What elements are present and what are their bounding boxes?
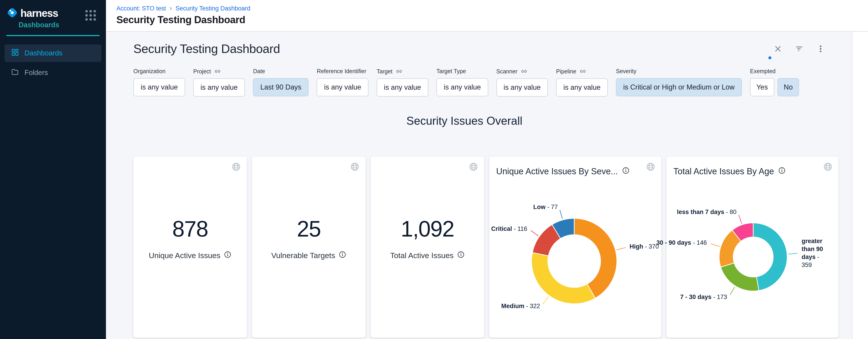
stat-card-vulnerable-targets: 25 Vulnerable Targets: [252, 157, 366, 338]
breadcrumb: Account: STO test › Security Testing Das…: [116, 4, 868, 12]
filter-target: Targetis any value: [377, 68, 428, 96]
filter-value-button[interactable]: is any value: [133, 78, 185, 96]
harness-logo-icon: [6, 7, 18, 20]
breadcrumb-account-link[interactable]: Account: STO test: [116, 5, 166, 12]
globe-icon[interactable]: [350, 162, 360, 172]
stat-label: Total Active Issues: [390, 251, 454, 260]
pie-label-leader-line: [543, 296, 549, 304]
breadcrumb-page-link[interactable]: Security Testing Dashboard: [176, 5, 250, 12]
stat-card-unique-active-issues: 878 Unique Active Issues: [133, 157, 247, 338]
filter-label: Project: [193, 68, 245, 75]
filter-target-type: Target Typeis any value: [436, 68, 488, 96]
filter-value-button[interactable]: is any value: [496, 78, 548, 96]
section-title: Security Issues Overall: [106, 114, 823, 128]
pie-label-leader-line: [788, 253, 798, 254]
pie-slice-high[interactable]: [574, 218, 617, 298]
pie-label-leader-line: [711, 244, 720, 247]
stat-value: 25: [297, 216, 320, 242]
folder-icon: [11, 68, 19, 78]
filter-value-button[interactable]: is any value: [556, 78, 608, 96]
pie-slice-7-30-days[interactable]: [721, 263, 759, 291]
pie-slice-greater-than-90-days[interactable]: [753, 223, 787, 291]
filter-value-button[interactable]: is any value: [436, 78, 488, 96]
right-gutter: [852, 32, 868, 339]
filter-label: Pipeline: [556, 68, 608, 75]
info-icon[interactable]: [224, 251, 231, 260]
globe-icon[interactable]: [231, 162, 241, 172]
sidebar: harness Dashboards Dashboards Fo: [0, 0, 106, 339]
dashboard-title: Security Testing Dashboard: [133, 41, 852, 56]
filter-organization: Organizationis any value: [133, 68, 185, 96]
app-grid-icon[interactable]: [85, 10, 96, 21]
sidebar-item-label: Dashboards: [25, 49, 62, 57]
top-header: Account: STO test › Security Testing Das…: [106, 0, 868, 32]
donut-chart: [489, 157, 661, 338]
cursor-dot: [768, 56, 771, 59]
link-icon: [214, 68, 221, 75]
filter-value-button[interactable]: is any value: [377, 78, 428, 96]
filter-label: Severity: [616, 68, 742, 75]
link-icon: [396, 68, 402, 75]
pie-label-leader-line: [730, 287, 735, 295]
dashboard-actions: [773, 44, 825, 53]
link-icon: [580, 68, 586, 75]
filter-value-button[interactable]: No: [777, 78, 799, 96]
filter-label: Exempted: [750, 68, 799, 75]
filter-value-button[interactable]: is Critical or High or Medium or Low: [616, 78, 742, 96]
filter-pipeline: Pipelineis any value: [556, 68, 608, 96]
dashboards-icon: [11, 48, 19, 58]
sidebar-divider: [6, 35, 100, 36]
link-icon: [521, 68, 527, 75]
stat-value: 1,092: [401, 216, 454, 242]
pie-label-leader-line: [531, 231, 538, 236]
filter-bar: Organizationis any valueProjectis any va…: [106, 56, 852, 96]
stat-value: 878: [172, 216, 208, 242]
cards-row: 878 Unique Active Issues 25 Vulnerable T…: [106, 157, 852, 338]
stat-card-total-active-issues: 1,092 Total Active Issues: [371, 157, 484, 338]
filter-scanner: Scanneris any value: [496, 68, 548, 96]
filter-value-button[interactable]: Last 90 Days: [253, 78, 309, 96]
page-title: Security Testing Dashboard: [116, 14, 868, 25]
filter-label: Organization: [133, 68, 185, 75]
filter-severity: Severityis Critical or High or Medium or…: [616, 68, 742, 96]
close-icon[interactable]: [773, 44, 782, 53]
filter-date: DateLast 90 Days: [253, 68, 309, 96]
dashboard-panel: Security Testing Dashboard Organizationi…: [106, 32, 852, 339]
chevron-right-icon: ›: [170, 4, 172, 12]
filter-value-button[interactable]: Yes: [750, 78, 774, 96]
filter-value-button[interactable]: is any value: [317, 78, 368, 96]
stat-label: Unique Active Issues: [149, 251, 220, 260]
chart-card-issues-by-age: Total Active Issues By Age greater than …: [666, 157, 838, 338]
info-icon[interactable]: [339, 251, 346, 260]
filter-label: Date: [253, 68, 309, 75]
pie-label-leader-line: [739, 215, 742, 224]
filter-label: Target: [377, 68, 428, 75]
filter-label: Reference Identifier: [317, 68, 368, 75]
chart-card-issues-by-severity: Unique Active Issues By Seve... High - 3…: [489, 157, 661, 338]
donut-chart: [666, 157, 838, 338]
pie-label-leader-line: [617, 248, 626, 250]
brand-name: harness: [21, 7, 58, 19]
info-icon[interactable]: [457, 251, 465, 260]
stat-label: Vulnerable Targets: [271, 251, 335, 260]
sidebar-item-label: Folders: [25, 68, 48, 77]
filter-icon[interactable]: [795, 44, 804, 53]
filter-label: Scanner: [496, 68, 548, 75]
sidebar-nav: Dashboards Folders: [0, 44, 106, 82]
filter-reference-identifier: Reference Identifieris any value: [317, 68, 368, 96]
pie-slice-medium[interactable]: [532, 253, 595, 304]
sidebar-item-folders[interactable]: Folders: [4, 64, 101, 82]
filter-project: Projectis any value: [193, 68, 245, 96]
product-name: Dashboards: [19, 21, 106, 29]
filter-exempted: ExemptedYesNo: [750, 68, 799, 96]
sidebar-item-dashboards[interactable]: Dashboards: [4, 44, 101, 62]
kebab-menu-icon[interactable]: [816, 44, 825, 53]
filter-label: Target Type: [436, 68, 488, 75]
filter-value-button[interactable]: is any value: [193, 78, 245, 96]
pie-label-leader-line: [560, 210, 562, 219]
globe-icon[interactable]: [469, 162, 478, 172]
